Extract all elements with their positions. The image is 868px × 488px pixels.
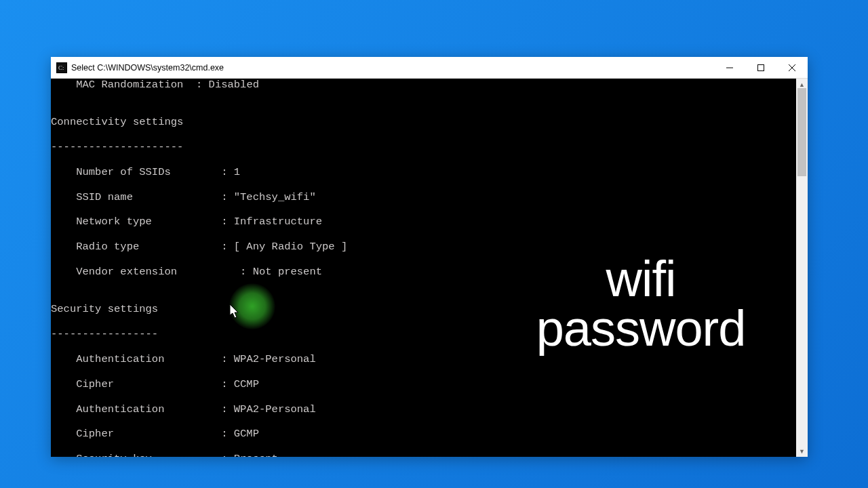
radio-type-value: [ Any Radio Type ] [234,241,347,253]
scroll-thumb[interactable] [797,88,806,176]
maximize-button[interactable] [745,57,776,78]
cipher2-value: GCMP [234,428,259,440]
connectivity-heading: Connectivity settings [51,116,796,128]
number-of-ssids-value: 1 [234,166,240,178]
network-type-label: Network type [76,216,152,228]
cmd-icon: C: [56,62,67,73]
cmd-window: C: Select C:\WINDOWS\system32\cmd.exe MA… [51,57,808,457]
authentication1-value: WPA2-Personal [234,353,316,365]
window-controls [714,57,808,78]
dashes: --------------------- [51,141,796,153]
ssid-name-label: SSID name [76,191,133,203]
ssid-name-value: "Techsy_wifi" [234,191,316,203]
window-title: Select C:\WINDOWS\system32\cmd.exe [71,63,714,73]
close-button[interactable] [776,57,808,78]
network-type-value: Infrastructure [234,216,322,228]
overlay-line2: password [505,304,776,354]
vendor-extension-value: Not present [253,266,322,278]
cipher1-value: CCMP [234,378,259,390]
scroll-down-icon[interactable]: ▼ [796,445,808,457]
vendor-extension-label: Vendor extension [76,266,177,278]
overlay-line1: wifi [505,255,776,304]
svg-text:C:: C: [58,64,64,71]
security-key-value: Present [234,453,278,457]
svg-rect-4 [758,64,764,70]
authentication2-label: Authentication [76,403,164,415]
security-key-label: Security key [76,453,152,457]
titlebar[interactable]: C: Select C:\WINDOWS\system32\cmd.exe [51,57,808,79]
mac-randomization-value: Disabled [209,79,259,91]
scrollbar[interactable]: ▲ ▼ [796,79,808,457]
radio-type-label: Radio type [76,241,139,253]
number-of-ssids-label: Number of SSIDs [76,166,171,178]
cipher1-label: Cipher [76,378,114,390]
authentication2-value: WPA2-Personal [234,403,316,415]
mac-randomization-label: MAC Randomization [76,79,183,91]
overlay-caption: wifi password [505,255,776,353]
cipher2-label: Cipher [76,428,114,440]
minimize-button[interactable] [714,57,745,78]
terminal-area: MAC Randomization : Disabled Connectivit… [51,79,808,457]
authentication1-label: Authentication [76,353,164,365]
